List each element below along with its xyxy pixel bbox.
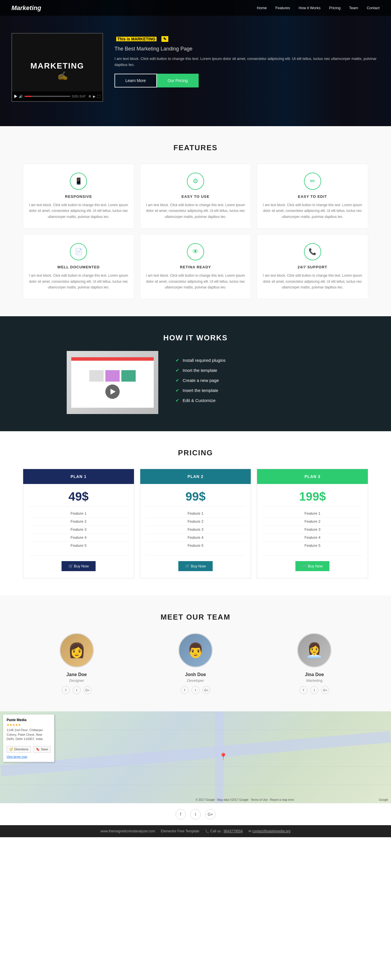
hero-buttons: Learn More Our Pricing [114, 74, 380, 88]
team-member-jonh: 👨 Jonh Doe Developer f t G+ [142, 633, 249, 694]
nav-team[interactable]: Team [349, 6, 358, 10]
feature-desc-support: I am text block. Click edit button to ch… [263, 273, 362, 290]
jonh-facebook-icon[interactable]: f [180, 686, 188, 694]
time-display: 0:03 / 0:47 [72, 95, 85, 98]
feature-card-easy-use: ⚙ EASY TO USE I am text block. Click edi… [140, 164, 251, 229]
pricing-section: PRICING PLAN 1 49$ Feature 1 Feature 2 F… [0, 431, 391, 595]
footer-facebook-icon[interactable]: f [176, 809, 186, 819]
footer-gplus-icon[interactable]: G+ [205, 809, 215, 819]
video-controls: 🔊 0:03 / 0:47 ⚙ ▶ ⛶ [12, 91, 103, 101]
feature-title-retina: RETINA READY [146, 265, 245, 269]
youtube-icon[interactable]: ▶ [93, 95, 95, 99]
jonh-twitter-icon[interactable]: t [192, 686, 199, 694]
hero-video-title: MARKETING [30, 61, 84, 70]
hero-text: This is MARKETING ✎ The Best Marketing L… [114, 33, 380, 102]
plan1-buy-button[interactable]: 🛒 Buy Now [62, 561, 96, 571]
easy-use-icon: ⚙ [187, 173, 204, 190]
footer-twitter-icon[interactable]: t [190, 809, 201, 819]
footer-phone-link[interactable]: 9643779554 [223, 829, 243, 833]
easy-edit-icon: ✏ [304, 173, 321, 190]
jina-gplus-icon[interactable]: G+ [321, 686, 329, 694]
feature-card-retina: 👁 RETINA READY I am text block. Click ed… [140, 234, 251, 299]
feature-title-support: 24/7 SUPPORT [263, 265, 362, 269]
plan3-buy-button[interactable]: 🛒 Buy Now [295, 561, 330, 571]
how-title: HOW IT WORKS [163, 334, 228, 342]
plan1-price: 49$ [23, 484, 134, 506]
plan2-buy-button[interactable]: 🛒 Buy Now [178, 561, 213, 571]
progress-fill [25, 96, 32, 97]
nav-links: Home Features How it Works Pricing Team … [257, 6, 380, 10]
jane-gplus-icon[interactable]: G+ [84, 686, 92, 694]
footer-email-link[interactable]: contact@pastemedia.org [252, 829, 291, 833]
check-icon-insert: ✔ [176, 388, 179, 393]
jina-twitter-icon[interactable]: t [310, 686, 318, 694]
save-icon: 🔖 [36, 748, 40, 751]
nav-brand: Marketing [11, 4, 41, 12]
step-insert-text: Insert the template [183, 388, 218, 393]
progress-bar[interactable] [25, 96, 70, 97]
jane-name: Jane Doe [23, 672, 130, 677]
plan1-feature-2: Feature 2 [29, 517, 128, 525]
play-triangle-icon [111, 389, 116, 395]
how-video-thumb [67, 351, 158, 414]
retina-icon: 👁 [187, 243, 204, 260]
jonh-gplus-icon[interactable]: G+ [203, 686, 211, 694]
plan2-price: 99$ [140, 484, 251, 506]
nav-contact[interactable]: Contact [367, 6, 380, 10]
jina-social: f t G+ [261, 686, 368, 694]
step-edit-text: Edit & Customize [183, 398, 215, 403]
our-pricing-button[interactable]: Our Pricing [157, 74, 199, 88]
map-info-box: Paste Media ★★★★★ 1148 2nd Floor, Chitta… [3, 714, 54, 762]
how-steps: ✔ Install required plugins ✔ Imort the t… [176, 358, 226, 408]
map-address: 1148 2nd Floor, Chittarjan Colony, Patel… [6, 728, 51, 741]
save-button[interactable]: 🔖 Save [33, 746, 51, 752]
how-inner: ✔ Install required plugins ✔ Imort the t… [67, 351, 324, 414]
support-icon: 📞 [304, 243, 321, 260]
learn-more-button[interactable]: Learn More [114, 74, 157, 88]
jane-social: f t G+ [23, 686, 130, 694]
map-stars: ★★★★★ [6, 723, 51, 727]
plan2-feature-2: Feature 2 [146, 517, 245, 525]
map-company-name: Paste Media [6, 718, 51, 722]
jonh-social: f t G+ [142, 686, 249, 694]
jina-facebook-icon[interactable]: f [299, 686, 307, 694]
plan3-feature-3: Feature 3 [263, 525, 362, 534]
fullscreen-icon[interactable]: ⛶ [97, 95, 100, 99]
play-circle[interactable] [105, 385, 120, 399]
how-section: HOW IT WORKS ✔ [0, 316, 391, 431]
hero-video: MARKETING ✍ 🔊 0:03 / 0:47 ⚙ ▶ ⛶ [11, 33, 103, 102]
hero-heading: This is MARKETING ✎ [114, 33, 380, 44]
play-button[interactable] [14, 95, 17, 98]
map-road-horizontal [0, 731, 391, 777]
pricing-plan2: PLAN 2 99$ Feature 1 Feature 2 Feature 3… [140, 469, 251, 578]
step-create: ✔ Create a new page [176, 378, 226, 383]
nav-features[interactable]: Features [275, 6, 290, 10]
volume-icon[interactable]: 🔊 [19, 95, 23, 99]
check-icon-install: ✔ [176, 358, 179, 363]
nav-how[interactable]: How it Works [299, 6, 320, 10]
nav-home[interactable]: Home [257, 6, 267, 10]
plan2-feature-5: Feature 5 [146, 542, 245, 549]
edit-badge: ✎ [161, 36, 168, 42]
view-larger-map-link[interactable]: View larger map [6, 755, 27, 758]
jane-twitter-icon[interactable]: t [73, 686, 81, 694]
map-pin: 📍 [219, 752, 228, 760]
plan1-header: PLAN 1 [23, 469, 134, 484]
feature-title-easy-use: EASY TO USE [146, 194, 245, 199]
pen-icon: ✍ [57, 71, 68, 81]
video-extra-icons: ⚙ ▶ ⛶ [89, 95, 100, 99]
settings-icon[interactable]: ⚙ [89, 95, 91, 99]
nav-pricing[interactable]: Pricing [329, 6, 340, 10]
footer-social: f t G+ [0, 803, 391, 825]
plan3-price: 199$ [257, 484, 368, 506]
step-import: ✔ Imort the template [176, 368, 226, 373]
map-placeholder: 📍 Paste Media ★★★★★ 1148 2nd Floor, Chit… [0, 711, 391, 803]
features-section: FEATURES 📱 RESPONSIVE I am text block. C… [0, 126, 391, 316]
team-member-jane: 👩 Jane Doe Designer f t G+ [23, 633, 130, 694]
plan3-feature-5: Feature 5 [263, 542, 362, 549]
jane-facebook-icon[interactable]: f [62, 686, 70, 694]
plan1-feature-4: Feature 4 [29, 534, 128, 542]
pricing-title: PRICING [23, 449, 368, 457]
directions-button[interactable]: 🧭 Directions [6, 746, 31, 752]
map-grid-line-3 [0, 785, 391, 785]
